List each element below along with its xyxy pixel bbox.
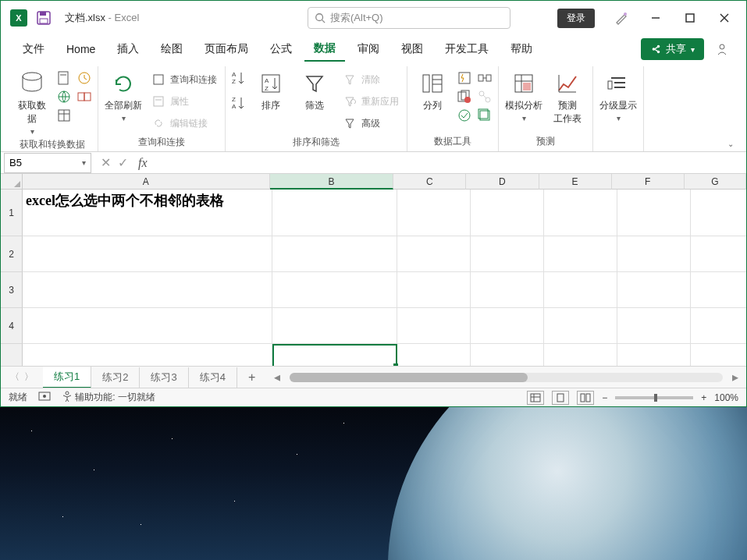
row-header[interactable]: 3 <box>1 272 23 308</box>
next-sheet-icon[interactable]: 〉 <box>24 370 34 384</box>
tab-file[interactable]: 文件 <box>13 37 54 61</box>
normal-view-icon[interactable] <box>527 391 544 405</box>
column-header[interactable]: F <box>612 174 685 190</box>
cell[interactable] <box>471 272 544 308</box>
column-header[interactable]: B <box>270 174 394 190</box>
sort-asc-icon[interactable]: AZ <box>230 69 247 87</box>
clear-filter-button[interactable]: 清除 <box>338 69 402 90</box>
cell[interactable] <box>691 190 746 236</box>
select-all-button[interactable] <box>1 174 23 190</box>
cell[interactable] <box>691 308 746 344</box>
flash-fill-icon[interactable] <box>456 69 473 87</box>
advanced-filter-button[interactable]: 高级 <box>338 113 402 133</box>
queries-connections-button[interactable]: 查询和连接 <box>147 69 220 90</box>
tab-view[interactable]: 视图 <box>392 37 432 61</box>
cell[interactable] <box>471 344 544 366</box>
cell[interactable] <box>471 308 544 344</box>
name-box[interactable]: B5▾ <box>4 153 91 173</box>
cell[interactable] <box>544 344 617 366</box>
cell[interactable] <box>544 236 617 272</box>
cell[interactable] <box>471 190 544 236</box>
mode-icon[interactable] <box>710 37 734 61</box>
cell[interactable] <box>617 272 691 308</box>
cell[interactable] <box>617 190 691 236</box>
close-icon[interactable] <box>709 2 740 34</box>
tab-help[interactable]: 帮助 <box>501 37 542 61</box>
tab-data[interactable]: 数据 <box>304 37 345 62</box>
cell[interactable] <box>272 308 397 344</box>
tab-home[interactable]: Home <box>57 38 105 60</box>
pen-icon[interactable] <box>606 2 637 34</box>
sheet-tab[interactable]: 练习1 <box>43 367 91 388</box>
cell[interactable] <box>272 344 397 366</box>
from-table-icon[interactable] <box>55 107 73 124</box>
refresh-all-button[interactable]: 全部刷新▾ <box>103 69 144 122</box>
zoom-out-icon[interactable]: − <box>602 392 607 403</box>
cell[interactable] <box>691 236 746 272</box>
column-header[interactable]: A <box>23 174 270 190</box>
zoom-in-icon[interactable]: + <box>701 392 706 403</box>
tab-formulas[interactable]: 公式 <box>261 37 301 61</box>
row-header[interactable] <box>1 344 23 366</box>
what-if-button[interactable]: 模拟分析▾ <box>503 69 544 122</box>
zoom-slider[interactable] <box>615 396 693 399</box>
cell[interactable] <box>617 236 691 272</box>
properties-button[interactable]: 属性 <box>147 91 220 112</box>
spreadsheet-grid[interactable]: A B C D E F G 1 2 3 4 excel怎么选中两个不相邻的表格 <box>1 174 746 366</box>
cell[interactable] <box>544 272 617 308</box>
fx-icon[interactable]: fx <box>133 156 152 170</box>
edit-links-button[interactable]: 编辑链接 <box>147 113 220 133</box>
sheet-tab[interactable]: 练习4 <box>189 367 237 388</box>
column-header[interactable]: D <box>466 174 539 190</box>
forecast-sheet-button[interactable]: 预测 工作表 <box>547 69 588 126</box>
horizontal-scrollbar[interactable]: ◂ ▸ <box>266 370 746 385</box>
remove-duplicates-icon[interactable] <box>456 88 473 105</box>
row-header[interactable]: 2 <box>1 236 23 272</box>
login-button[interactable]: 登录 <box>557 9 595 28</box>
cell[interactable] <box>397 308 471 344</box>
column-header[interactable]: G <box>685 174 746 190</box>
cell[interactable] <box>397 272 471 308</box>
accessibility-status[interactable]: 辅助功能: 一切就绪 <box>62 391 155 404</box>
cell[interactable]: excel怎么选中两个不相邻的表格 <box>23 190 272 236</box>
cell[interactable] <box>397 190 471 236</box>
cell[interactable] <box>23 344 272 366</box>
minimize-icon[interactable] <box>640 2 671 34</box>
cell[interactable] <box>272 236 397 272</box>
cell[interactable] <box>272 190 397 236</box>
enter-formula-icon[interactable]: ✓ <box>115 155 130 170</box>
relationships-icon[interactable] <box>476 88 493 105</box>
sheet-tab[interactable]: 练习3 <box>140 367 188 388</box>
zoom-level[interactable]: 100% <box>714 392 738 403</box>
tab-page-layout[interactable]: 页面布局 <box>195 37 258 61</box>
cell[interactable] <box>691 272 746 308</box>
cell[interactable] <box>617 344 691 366</box>
cell[interactable] <box>397 236 471 272</box>
maximize-icon[interactable] <box>674 2 706 34</box>
from-web-icon[interactable] <box>55 88 73 105</box>
from-text-icon[interactable] <box>55 69 73 87</box>
prev-sheet-icon[interactable]: 〈 <box>10 370 20 384</box>
cell[interactable] <box>23 308 272 344</box>
collapse-ribbon-icon[interactable]: ⌄ <box>721 136 740 151</box>
filter-button[interactable]: 筛选 <box>294 69 335 112</box>
cell[interactable] <box>23 272 272 308</box>
sort-button[interactable]: AZ 排序 <box>251 69 291 112</box>
consolidate-icon[interactable] <box>476 69 493 87</box>
column-header[interactable]: C <box>393 174 466 190</box>
tab-draw[interactable]: 绘图 <box>151 37 192 61</box>
sort-desc-icon[interactable]: ZA <box>230 94 247 112</box>
cell[interactable] <box>23 236 272 272</box>
formula-input[interactable] <box>152 157 746 168</box>
row-header[interactable]: 4 <box>1 308 23 344</box>
page-layout-view-icon[interactable] <box>552 391 569 405</box>
tab-insert[interactable]: 插入 <box>108 37 148 61</box>
tab-review[interactable]: 审阅 <box>348 37 389 61</box>
share-button[interactable]: 共享 ▾ <box>641 38 704 60</box>
add-sheet-button[interactable]: + <box>237 367 266 388</box>
cell[interactable] <box>544 308 617 344</box>
macro-record-icon[interactable] <box>38 391 51 404</box>
cell[interactable] <box>471 236 544 272</box>
outline-button[interactable]: 分级显示▾ <box>598 69 639 122</box>
recent-sources-icon[interactable] <box>76 69 93 87</box>
